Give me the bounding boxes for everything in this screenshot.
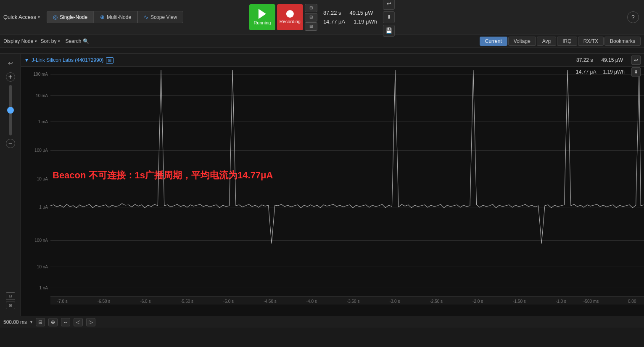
x-label-4s: -4.0 s	[306, 299, 317, 304]
chart-stats-right: 87.22 s 49.15 μW ↩	[576, 56, 641, 65]
search-icon[interactable]: 🔍	[83, 38, 89, 44]
stat-current: 14.77 μA	[323, 19, 345, 25]
zoom-out-button[interactable]: −	[6, 139, 15, 148]
undo-icon[interactable]: ↩	[5, 57, 16, 69]
tab-irq[interactable]: IRQ	[557, 37, 577, 46]
x-label-7s: -7.0 s	[57, 299, 68, 304]
chart-canvas: 100 mA 10 mA 1 mA 100 μA 10 μA 1 μA 100 …	[21, 67, 644, 305]
chart-stat-energy2: 1.19 μWh	[603, 69, 625, 75]
record-label: Recording	[280, 19, 301, 24]
chart-download-button[interactable]: ⬇	[631, 67, 641, 77]
chevron-down-icon: ▾	[30, 320, 32, 324]
tab-rxtx[interactable]: RX/TX	[578, 37, 604, 46]
device-name: J-Link Silicon Labs (440172990)	[32, 57, 103, 63]
x-axis: -7.0 s -6.50 s -6.0 s -5.50 s -5.0 s -4.…	[50, 296, 644, 305]
x-label-3.5s: -3.50 s	[347, 299, 360, 304]
run-label: Running	[253, 20, 271, 25]
small-btn-1[interactable]: ⊟	[305, 4, 317, 12]
run-button[interactable]: Running	[249, 4, 275, 30]
fit-button[interactable]: ↔	[61, 318, 70, 326]
x-label-4.5s: -4.50 s	[264, 299, 277, 304]
chart-header: ▼ J-Link Silicon Labs (440172990) ⊞ 87.2…	[21, 54, 644, 67]
x-label-5s: -5.0 s	[223, 299, 234, 304]
zoom-decrease-button[interactable]: ⊟	[36, 318, 45, 326]
display-node-item[interactable]: Display Node ▾	[3, 38, 37, 44]
small-btn-2[interactable]: ⊟	[305, 13, 317, 21]
x-label-6.5s: -6.50 s	[98, 299, 111, 304]
y-label-100na: 100 nA	[34, 238, 48, 243]
help-button[interactable]: ?	[627, 11, 639, 23]
stat-power: 49.15 μW	[350, 10, 373, 16]
multi-node-button[interactable]: ⊕ Multi-Node	[94, 11, 137, 23]
stats-panel: 87.22 s 49.15 μW 14.77 μA 1.19 μWh	[323, 10, 377, 25]
main-content: ↩ + − Current ⊡ ⊠ ▼ J-Link Silicon Labs …	[0, 54, 644, 316]
tab-avg[interactable]: Avg	[537, 37, 556, 46]
quick-access-arrow: ▾	[38, 15, 40, 19]
center-controls: Running Recording ⊟ ⊟ ⊟ 87.22 s 49.15 μW…	[249, 0, 395, 37]
y-label-1ma: 1 mA	[38, 119, 48, 124]
stats-row-2: 14.77 μA 1.19 μWh	[323, 19, 377, 25]
save-button[interactable]: 💾	[383, 25, 395, 37]
quick-access-label: Quick Access	[3, 14, 36, 20]
sort-by-arrow: ▾	[58, 39, 60, 43]
small-btn-3[interactable]: ⊟	[305, 22, 317, 31]
tab-bookmarks[interactable]: Bookmarks	[604, 37, 641, 46]
x-label-3s: -3.0 s	[389, 299, 400, 304]
waveform-icon-2[interactable]: ⊠	[6, 302, 15, 309]
bottom-bar: 500.00 ms ▾ ⊟ ⊕ ↔ ◁ ▷	[0, 316, 644, 328]
download-button[interactable]: ⬇	[383, 11, 395, 23]
quick-access-button[interactable]: Quick Access ▾	[3, 14, 40, 20]
stat-energy: 1.19 μWh	[354, 19, 377, 25]
x-label-500ms: ~500 ms	[583, 299, 599, 304]
chart-reset-button[interactable]: ↩	[631, 56, 641, 65]
chart-stat-row2: 14.77 μA 1.19 μWh ⬇	[576, 67, 641, 77]
y-label-1ua: 1 μA	[39, 205, 48, 209]
x-label-5.5s: -5.50 s	[180, 299, 193, 304]
single-node-icon: ◎	[53, 14, 58, 20]
zoom-increase-button[interactable]: ⊕	[48, 318, 58, 326]
chart-stat-time: 87.22 s	[576, 57, 593, 63]
x-label-6s: -6.0 s	[140, 299, 150, 304]
record-button[interactable]: Recording	[277, 4, 303, 30]
device-config-button[interactable]: ⊞	[106, 57, 113, 64]
search-label: Search	[65, 38, 81, 44]
search-area: Search 🔍	[65, 38, 89, 44]
zoom-label: 500.00 ms	[3, 319, 27, 325]
record-dot-icon	[286, 10, 294, 18]
svg-rect-0	[50, 67, 644, 305]
scope-view-button[interactable]: ∿ Scope View	[137, 11, 183, 23]
small-buttons: ⊟ ⊟ ⊟	[305, 4, 317, 31]
y-label-10na: 10 nA	[37, 264, 48, 269]
y-label-1na: 1 nA	[39, 286, 48, 290]
x-label-2s: -2.0 s	[472, 299, 483, 304]
zoom-slider[interactable]	[9, 85, 12, 135]
y-axis: 100 mA 10 mA 1 mA 100 μA 10 μA 1 μA 100 …	[21, 67, 50, 305]
x-label-1.5s: -1.50 s	[513, 299, 526, 304]
waveform-icon-1[interactable]: ⊡	[6, 292, 15, 300]
second-toolbar: Display Node ▾ Sort by ▾ Search 🔍 Curren…	[0, 34, 644, 48]
chart-stat-power: 49.15 μW	[601, 57, 623, 63]
chart-area: ▼ J-Link Silicon Labs (440172990) ⊞ 87.2…	[21, 54, 644, 316]
stats-row-1: 87.22 s 49.15 μW	[323, 10, 377, 16]
view-buttons: ◎ Single-Node ⊕ Multi-Node ∿ Scope View	[47, 11, 183, 23]
multi-node-label: Multi-Node	[107, 14, 131, 20]
play-icon	[259, 9, 266, 19]
x-label-0: 0.00	[628, 299, 636, 304]
zoom-in-button[interactable]: +	[6, 72, 15, 82]
tab-voltage[interactable]: Voltage	[508, 37, 536, 46]
x-label-2.5s: -2.50 s	[430, 299, 443, 304]
scope-view-icon: ∿	[144, 14, 148, 20]
sort-by-label: Sort by	[40, 38, 56, 44]
y-label-10ua: 10 μA	[37, 176, 48, 181]
prev-button[interactable]: ◁	[74, 318, 83, 326]
next-button[interactable]: ▷	[86, 318, 95, 326]
sort-by-item[interactable]: Sort by ▾	[40, 38, 60, 44]
zoom-handle[interactable]	[7, 107, 14, 114]
x-label-1s: -1.0 s	[556, 299, 566, 304]
multi-node-icon: ⊕	[100, 14, 105, 20]
tab-current[interactable]: Current	[480, 37, 507, 46]
help-icon: ?	[631, 14, 635, 21]
scrollbar-area[interactable]	[0, 48, 644, 54]
single-node-button[interactable]: ◎ Single-Node	[47, 11, 94, 23]
undo-button[interactable]: ↩	[383, 0, 395, 10]
